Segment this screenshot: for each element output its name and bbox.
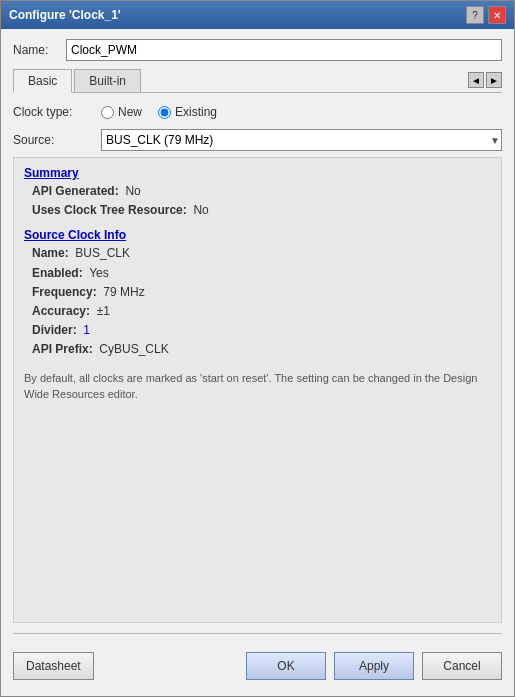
datasheet-button[interactable]: Datasheet — [13, 652, 94, 680]
tab-builtin[interactable]: Built-in — [74, 69, 141, 92]
uses-clock-tree-label: Uses Clock Tree Resource: — [32, 203, 187, 217]
source-label: Source: — [13, 133, 93, 147]
radio-new[interactable]: New — [101, 105, 142, 119]
api-generated-label: API Generated: — [32, 184, 119, 198]
tab-next-button[interactable]: ► — [486, 72, 502, 88]
bottom-buttons: Datasheet OK Apply Cancel — [13, 644, 502, 686]
window-content: Name: Basic Built-in ◄ ► Clock type: — [1, 29, 514, 696]
sci-frequency-value: 79 MHz — [103, 285, 144, 299]
right-buttons: OK Apply Cancel — [246, 652, 502, 680]
sci-divider-value: 1 — [83, 323, 90, 337]
summary-title[interactable]: Summary — [24, 166, 491, 180]
source-row: Source: BUS_CLK (79 MHz) ▼ — [13, 129, 502, 151]
tabs: Basic Built-in — [13, 69, 143, 92]
name-row: Name: — [13, 39, 502, 61]
form-area: Clock type: New Existing Source: — [13, 101, 502, 623]
sci-name-value: BUS_CLK — [75, 246, 130, 260]
radio-new-input[interactable] — [101, 106, 114, 119]
clock-type-label: Clock type: — [13, 105, 93, 119]
window-title: Configure 'Clock_1' — [9, 8, 121, 22]
sci-frequency-label: Frequency: — [32, 285, 97, 299]
radio-existing[interactable]: Existing — [158, 105, 217, 119]
sci-api-prefix-line: API Prefix: CyBUS_CLK — [32, 340, 491, 359]
tab-prev-button[interactable]: ◄ — [468, 72, 484, 88]
sci-divider-label: Divider: — [32, 323, 77, 337]
api-generated-line: API Generated: No — [32, 182, 491, 201]
cancel-button[interactable]: Cancel — [422, 652, 502, 680]
tab-basic[interactable]: Basic — [13, 69, 72, 93]
info-panel: Summary API Generated: No Uses Clock Tre… — [13, 157, 502, 623]
source-select-wrapper: BUS_CLK (79 MHz) ▼ — [101, 129, 502, 151]
name-label: Name: — [13, 43, 58, 57]
source-select[interactable]: BUS_CLK (79 MHz) — [101, 129, 502, 151]
sci-accuracy-label: Accuracy: — [32, 304, 90, 318]
ok-button[interactable]: OK — [246, 652, 326, 680]
api-generated-value: No — [125, 184, 140, 198]
sci-accuracy-value: ±1 — [97, 304, 110, 318]
sci-name-label: Name: — [32, 246, 69, 260]
configure-window: Configure 'Clock_1' ? ✕ Name: Basic Buil… — [0, 0, 515, 697]
info-note: By default, all clocks are marked as 'st… — [24, 370, 491, 403]
tabs-area: Basic Built-in ◄ ► — [13, 69, 502, 93]
bottom-divider — [13, 633, 502, 634]
uses-clock-tree-line: Uses Clock Tree Resource: No — [32, 201, 491, 220]
radio-existing-input[interactable] — [158, 106, 171, 119]
sci-enabled-label: Enabled: — [32, 266, 83, 280]
help-button[interactable]: ? — [466, 6, 484, 24]
sci-enabled-value: Yes — [89, 266, 109, 280]
sci-accuracy-line: Accuracy: ±1 — [32, 302, 491, 321]
sci-api-prefix-value: CyBUS_CLK — [99, 342, 168, 356]
clock-type-row: Clock type: New Existing — [13, 101, 502, 123]
radio-new-label: New — [118, 105, 142, 119]
title-bar-buttons: ? ✕ — [466, 6, 506, 24]
apply-button[interactable]: Apply — [334, 652, 414, 680]
sci-enabled-line: Enabled: Yes — [32, 264, 491, 283]
radio-group: New Existing — [101, 105, 217, 119]
sci-divider-line: Divider: 1 — [32, 321, 491, 340]
name-input[interactable] — [66, 39, 502, 61]
uses-clock-tree-value: No — [193, 203, 208, 217]
close-button[interactable]: ✕ — [488, 6, 506, 24]
sci-api-prefix-label: API Prefix: — [32, 342, 93, 356]
title-bar: Configure 'Clock_1' ? ✕ — [1, 1, 514, 29]
radio-existing-label: Existing — [175, 105, 217, 119]
source-clock-info-title[interactable]: Source Clock Info — [24, 228, 491, 242]
sci-name-line: Name: BUS_CLK — [32, 244, 491, 263]
sci-frequency-line: Frequency: 79 MHz — [32, 283, 491, 302]
tab-nav: ◄ ► — [468, 72, 502, 92]
